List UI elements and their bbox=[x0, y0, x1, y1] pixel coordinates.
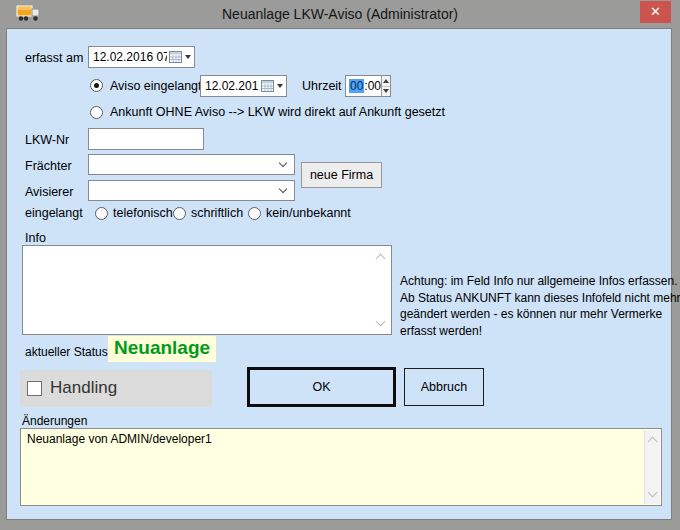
scroll-down-icon[interactable] bbox=[648, 488, 658, 498]
warning-line: erfasst werden! bbox=[400, 323, 676, 340]
radio-telefonisch[interactable] bbox=[95, 207, 108, 220]
warning-line: Ab Status ANKUNFT kann dieses Infofeld n… bbox=[400, 290, 676, 307]
handling-checkbox[interactable] bbox=[27, 381, 42, 396]
fraechter-label: Frächter bbox=[25, 159, 72, 173]
scroll-down-icon[interactable] bbox=[376, 317, 386, 327]
aviso-eingelangt-label[interactable]: Aviso eingelangt bbox=[110, 79, 202, 93]
time-spin-buttons bbox=[381, 76, 390, 96]
window-title: Neuanlage LKW-Aviso (Administrator) bbox=[0, 6, 680, 22]
dropdown-arrow-icon[interactable] bbox=[185, 55, 191, 59]
spin-up-button[interactable] bbox=[382, 76, 390, 86]
warning-line: Achtung: im Feld Info nur allgemeine Inf… bbox=[400, 273, 676, 290]
schriftlich-label[interactable]: schriftlich bbox=[191, 206, 243, 220]
time-minutes[interactable]: :00 bbox=[364, 79, 381, 93]
titlebar[interactable]: Neuanlage LKW-Aviso (Administrator) ✕ bbox=[0, 0, 680, 28]
lkw-nr-label: LKW-Nr bbox=[25, 133, 69, 147]
uhrzeit-label: Uhrzeit bbox=[302, 79, 342, 93]
dialog-window: Neuanlage LKW-Aviso (Administrator) ✕ er… bbox=[0, 0, 680, 530]
spin-down-icon bbox=[383, 89, 389, 93]
info-warning-text: Achtung: im Feld Info nur allgemeine Inf… bbox=[400, 273, 676, 339]
scroll-up-icon[interactable] bbox=[648, 437, 658, 447]
eingelangt-label: eingelangt bbox=[25, 206, 83, 220]
close-icon: ✕ bbox=[650, 4, 661, 19]
aenderungen-textarea[interactable]: Neuanlage von ADMIN/developer1 bbox=[20, 428, 662, 506]
uhrzeit-time-spinner[interactable]: 00 :00 bbox=[345, 75, 391, 97]
aenderungen-value: Neuanlage von ADMIN/developer1 bbox=[21, 429, 661, 449]
neue-firma-button[interactable]: neue Firma bbox=[301, 162, 382, 188]
fraechter-value bbox=[89, 158, 93, 172]
spin-up-icon bbox=[383, 79, 389, 83]
time-hours-selected[interactable]: 00 bbox=[349, 79, 364, 93]
handling-label[interactable]: Handling bbox=[50, 378, 117, 398]
aktueller-status-label: aktueller Status bbox=[25, 345, 108, 359]
erfasst-am-value: 12.02.2016 07:20 bbox=[93, 50, 167, 64]
radio-schriftlich[interactable] bbox=[173, 207, 186, 220]
radio-ankunft-ohne-aviso[interactable] bbox=[90, 106, 103, 119]
avisierer-label: Avisierer bbox=[25, 185, 73, 199]
telefonisch-label[interactable]: telefonisch bbox=[113, 206, 173, 220]
aviso-date-value: 12.02.2016 bbox=[205, 79, 259, 93]
chevron-down-icon[interactable] bbox=[279, 185, 287, 193]
calendar-icon bbox=[169, 51, 182, 63]
ankunft-ohne-aviso-label[interactable]: Ankunft OHNE Aviso --> LKW wird direkt a… bbox=[110, 105, 445, 119]
spin-down-button[interactable] bbox=[382, 86, 390, 97]
info-label: Info bbox=[25, 231, 46, 245]
info-value bbox=[23, 246, 391, 252]
calendar-icon bbox=[261, 80, 274, 92]
radio-kein-unbekannt[interactable] bbox=[248, 207, 261, 220]
status-badge: Neuanlage bbox=[108, 336, 216, 362]
aenderungen-label: Änderungen bbox=[22, 414, 87, 428]
avisierer-value bbox=[89, 184, 93, 198]
info-textarea[interactable] bbox=[22, 245, 392, 335]
radio-aviso-eingelangt[interactable] bbox=[90, 79, 103, 92]
fraechter-combobox[interactable] bbox=[88, 154, 295, 175]
avisierer-combobox[interactable] bbox=[88, 180, 295, 201]
close-button[interactable]: ✕ bbox=[640, 1, 671, 23]
abbruch-button[interactable]: Abbruch bbox=[404, 368, 484, 406]
aviso-date-picker[interactable]: 12.02.2016 bbox=[200, 75, 287, 97]
scroll-up-icon[interactable] bbox=[376, 254, 386, 264]
time-value: 00 :00 bbox=[346, 76, 381, 96]
erfasst-am-datetime-picker[interactable]: 12.02.2016 07:20 bbox=[88, 46, 195, 68]
kein-unbekannt-label[interactable]: kein/unbekannt bbox=[266, 206, 351, 220]
erfasst-am-label: erfasst am bbox=[25, 51, 83, 65]
ok-button[interactable]: OK bbox=[247, 367, 396, 407]
warning-line: geändert werden - es können nur mehr Ver… bbox=[400, 306, 676, 323]
lkw-nr-input[interactable] bbox=[88, 128, 204, 150]
chevron-down-icon[interactable] bbox=[279, 159, 287, 167]
dropdown-arrow-icon[interactable] bbox=[277, 84, 283, 88]
aenderungen-scrollbar[interactable] bbox=[644, 430, 660, 504]
